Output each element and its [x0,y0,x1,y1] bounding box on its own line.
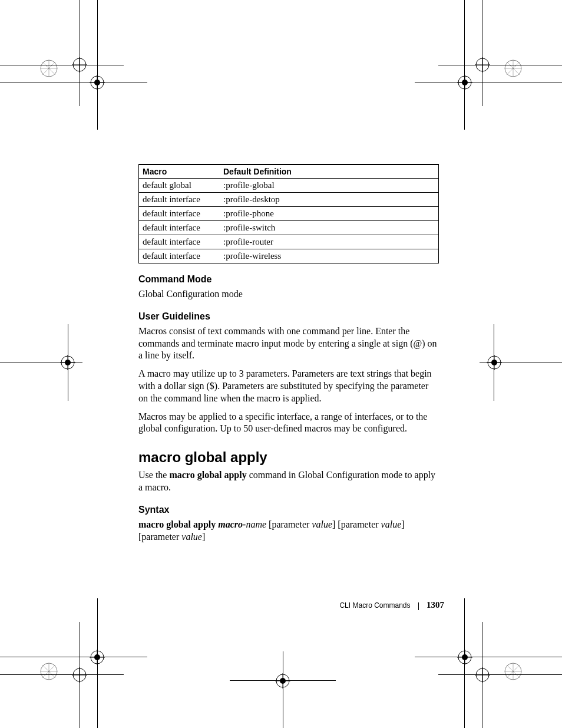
table-cell: :profile-router [220,235,439,249]
table-header-macro: Macro [139,164,220,179]
table-row: default interface:profile-router [139,235,439,249]
svg-line-16 [507,62,520,75]
svg-point-49 [476,668,489,681]
table-cell: default interface [139,221,220,235]
svg-point-56 [276,674,289,687]
svg-point-5 [73,58,86,71]
user-guidelines-p2: A macro may utilize up to 3 parameters. … [138,368,439,404]
registration-mark-mid-right [447,330,518,413]
table-row: default interface:profile-desktop [139,193,439,207]
svg-point-24 [61,356,74,369]
svg-line-15 [507,62,520,75]
svg-line-35 [42,665,55,678]
macro-default-table: Macro Default Definition default global:… [138,164,439,263]
svg-point-37 [73,668,86,681]
table-cell: :profile-phone [220,207,439,221]
svg-point-20 [458,76,471,89]
table-row: default interface:profile-switch [139,221,439,235]
registration-mark-bottom-left [44,610,115,693]
svg-line-36 [42,665,55,678]
command-mode-text: Global Configuration mode [138,288,439,301]
table-cell: default interface [139,193,220,207]
user-guidelines-p1: Macros consist of text commands with one… [138,325,439,362]
table-cell: :profile-switch [220,221,439,235]
svg-point-40 [91,651,104,664]
table-cell: default interface [139,207,220,221]
svg-point-25 [65,360,71,365]
registration-mark-top-right [447,41,518,124]
svg-line-4 [42,62,55,75]
table-cell: :profile-wireless [220,249,439,263]
page-footer: CLI Macro Commands 1307 [339,600,444,610]
svg-point-12 [505,60,521,77]
table-cell: default interface [139,235,220,249]
svg-point-8 [91,76,104,89]
command-intro: Use the macro global apply command in Gl… [138,469,439,494]
command-heading: macro global apply [138,449,439,466]
svg-point-0 [41,60,57,77]
syntax-line: macro global apply macro-name [parameter… [138,519,439,543]
svg-line-3 [42,62,55,75]
svg-point-28 [488,356,501,369]
svg-point-41 [94,654,100,660]
svg-line-48 [507,665,520,678]
page-content: Macro Default Definition default global:… [138,164,439,549]
syntax-heading: Syntax [138,505,439,515]
command-name-inline: macro global apply [169,470,246,480]
table-cell: default global [139,179,220,193]
table-cell: :profile-desktop [220,193,439,207]
registration-mark-bottom-center [253,616,312,699]
table-cell: :profile-global [220,179,439,193]
footer-section: CLI Macro Commands [339,601,410,610]
table-header-default: Default Definition [220,164,439,179]
svg-point-52 [458,651,471,664]
table-row: default interface:profile-phone [139,207,439,221]
user-guidelines-p3: Macros may be applied to a specific inte… [138,411,439,436]
svg-point-29 [491,360,497,365]
svg-point-17 [476,58,489,71]
svg-point-9 [94,80,100,85]
table-cell: default interface [139,249,220,263]
svg-point-32 [41,663,57,680]
svg-line-47 [507,665,520,678]
table-row: default interface:profile-wireless [139,249,439,263]
registration-mark-top-left [44,41,115,124]
table-row: default global:profile-global [139,179,439,193]
user-guidelines-heading: User Guidelines [138,311,439,322]
command-mode-heading: Command Mode [138,274,439,285]
syntax-command: macro global apply [138,519,216,529]
svg-point-44 [505,663,521,680]
registration-mark-bottom-right [447,610,518,693]
svg-point-53 [462,654,468,660]
svg-point-57 [280,678,286,684]
footer-separator-icon [418,602,419,610]
footer-page-number: 1307 [427,600,444,610]
svg-point-21 [462,80,468,85]
table-header-row: Macro Default Definition [139,164,439,179]
registration-mark-mid-left [44,330,115,413]
